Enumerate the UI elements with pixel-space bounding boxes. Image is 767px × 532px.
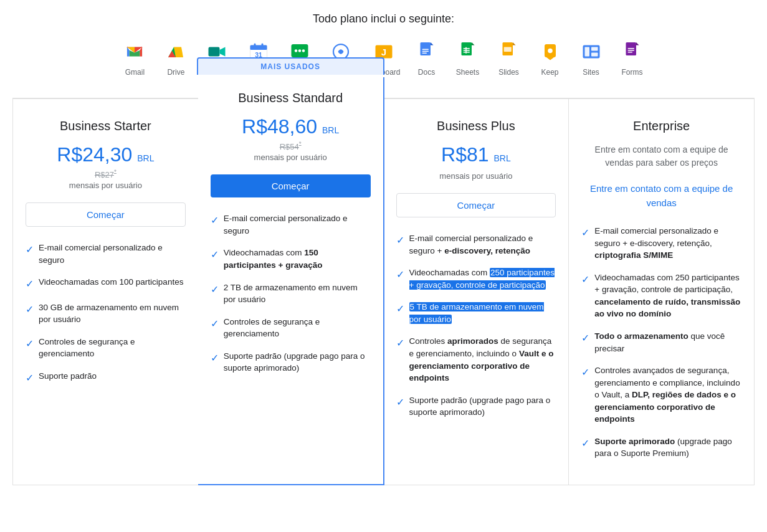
starter-cta-button[interactable]: Começar xyxy=(26,202,186,227)
forms-label: Forms xyxy=(622,68,643,77)
list-item: ✓2 TB de armazenamento em nuvem por usuá… xyxy=(211,282,371,306)
list-item: ✓E-mail comercial personalizado e seguro… xyxy=(581,225,741,262)
standard-old-price: R$54* xyxy=(211,141,371,151)
plus-period: mensais por usuário xyxy=(396,171,556,181)
plus-price: R$81 xyxy=(441,143,489,166)
list-item: ✓Todo o armazenamento que você precisar xyxy=(581,330,741,354)
svg-text:J: J xyxy=(381,47,386,57)
starter-period: mensais por usuário xyxy=(26,181,186,190)
mais-usados-badge: MAIS USADOS xyxy=(197,57,384,75)
starter-old-price: R$27* xyxy=(26,169,186,179)
enterprise-name: Enterprise xyxy=(581,119,741,133)
check-icon: ✓ xyxy=(581,436,589,450)
sheets-label: Sheets xyxy=(456,68,479,77)
check-icon: ✓ xyxy=(396,302,404,316)
list-item: ✓E-mail comercial personalizado e seguro xyxy=(211,212,371,237)
list-item: ✓Videochamadas com 250 participantes + g… xyxy=(581,272,741,320)
check-icon: ✓ xyxy=(396,267,404,282)
plus-currency: BRL xyxy=(493,153,510,163)
svg-rect-42 xyxy=(503,47,511,52)
svg-rect-29 xyxy=(422,49,429,50)
list-item: ✓Controles de segurança e gerenciamento xyxy=(211,316,371,340)
drive-label: Drive xyxy=(167,68,184,77)
plan-plus: Business Plus R$81 BRL mensais por usuár… xyxy=(384,98,569,485)
plus-cta-button[interactable]: Começar xyxy=(396,193,556,217)
svg-rect-53 xyxy=(627,48,634,49)
page-title: Todo plano inclui o seguinte: xyxy=(12,12,755,26)
check-icon: ✓ xyxy=(26,371,34,385)
svg-point-20 xyxy=(302,49,305,52)
list-item: ✓E-mail comercial personalizado e seguro xyxy=(26,242,186,266)
forms-icon xyxy=(619,38,646,65)
check-icon: ✓ xyxy=(211,282,219,297)
plan-starter: Business Starter R$24,30 BRL R$27* mensa… xyxy=(12,98,199,485)
svg-point-19 xyxy=(298,49,302,52)
svg-rect-31 xyxy=(422,53,427,54)
list-item: ✓Suporte aprimorado (upgrade pago para o… xyxy=(581,435,741,460)
svg-rect-38 xyxy=(465,47,467,54)
svg-point-18 xyxy=(295,49,298,52)
plans-container: Business Starter R$24,30 BRL R$27* mensa… xyxy=(12,98,755,485)
list-item: ✓Controles de segurança e gerenciamento xyxy=(26,336,186,360)
list-item: ✓5 TB de armazenamento em nuvem por usuá… xyxy=(396,301,556,325)
app-forms: Forms xyxy=(617,38,647,77)
slides-label: Slides xyxy=(498,68,519,77)
app-drive: Drive xyxy=(161,38,191,77)
svg-rect-12 xyxy=(254,44,255,47)
plan-standard: MAIS USADOS Business Standard R$48,60 BR… xyxy=(198,77,384,485)
app-docs: Docs xyxy=(412,38,442,77)
list-item: ✓Videochamadas com 100 participantes xyxy=(26,276,186,291)
enterprise-contact-text: Entre em contato com a equipe de vendas … xyxy=(581,143,741,169)
standard-features: ✓E-mail comercial personalizado e seguro… xyxy=(211,212,371,374)
standard-cta-button[interactable]: Começar xyxy=(211,174,371,197)
svg-rect-11 xyxy=(250,45,267,50)
starter-features: ✓E-mail comercial personalizado e seguro… xyxy=(26,242,186,385)
list-item: ✓Controles aprimorados de segurança e ge… xyxy=(396,335,556,384)
app-sheets: Sheets xyxy=(453,38,483,77)
standard-currency: BRL xyxy=(322,125,339,135)
svg-rect-47 xyxy=(584,47,589,57)
plan-enterprise: Enterprise Entre em contato com a equipe… xyxy=(569,98,755,485)
plus-features: ✓E-mail comercial personalizado e seguro… xyxy=(396,232,556,419)
check-icon: ✓ xyxy=(211,316,219,331)
app-slides: Slides xyxy=(494,38,524,77)
check-icon: ✓ xyxy=(581,272,589,287)
check-icon: ✓ xyxy=(581,226,589,240)
list-item: ✓30 GB de armazenamento em nuvem por usu… xyxy=(26,302,186,326)
app-sites: Sites xyxy=(576,38,606,77)
enterprise-contact-link[interactable]: Entre em contato com a equipe de vendas xyxy=(581,182,741,210)
sheets-icon xyxy=(454,38,482,65)
svg-rect-49 xyxy=(591,53,598,57)
starter-currency: BRL xyxy=(137,153,154,163)
keep-icon xyxy=(536,38,564,65)
starter-name: Business Starter xyxy=(26,119,186,133)
list-item: ✓Suporte padrão (upgrade pago para o sup… xyxy=(396,394,556,419)
list-item: ✓Videochamadas com 150 participantes + g… xyxy=(211,247,371,271)
drive-icon xyxy=(162,38,189,65)
svg-rect-13 xyxy=(261,44,263,47)
svg-rect-30 xyxy=(422,51,429,52)
check-icon: ✓ xyxy=(211,213,219,227)
sites-icon xyxy=(578,38,605,65)
check-icon: ✓ xyxy=(581,365,589,379)
list-item: ✓E-mail comercial personalizado e seguro… xyxy=(396,232,556,257)
starter-price: R$24,30 xyxy=(57,143,132,166)
app-gmail: Gmail xyxy=(120,38,150,77)
check-icon: ✓ xyxy=(26,302,34,316)
list-item: ✓Videochamadas com 250 participantes + g… xyxy=(396,267,556,291)
docs-label: Docs xyxy=(418,68,435,77)
slides-icon xyxy=(495,38,523,65)
check-icon: ✓ xyxy=(396,233,404,247)
docs-icon xyxy=(413,38,441,65)
standard-price: R$48,60 xyxy=(242,115,317,138)
gmail-label: Gmail xyxy=(125,68,145,77)
standard-name: Business Standard xyxy=(211,91,371,105)
check-icon: ✓ xyxy=(396,395,404,409)
list-item: ✓Suporte padrão xyxy=(26,370,186,385)
check-icon: ✓ xyxy=(211,351,219,365)
sites-label: Sites xyxy=(583,68,599,77)
check-icon: ✓ xyxy=(211,247,219,262)
check-icon: ✓ xyxy=(26,336,34,351)
check-icon: ✓ xyxy=(581,331,589,345)
standard-period: mensais por usuário xyxy=(211,153,371,162)
